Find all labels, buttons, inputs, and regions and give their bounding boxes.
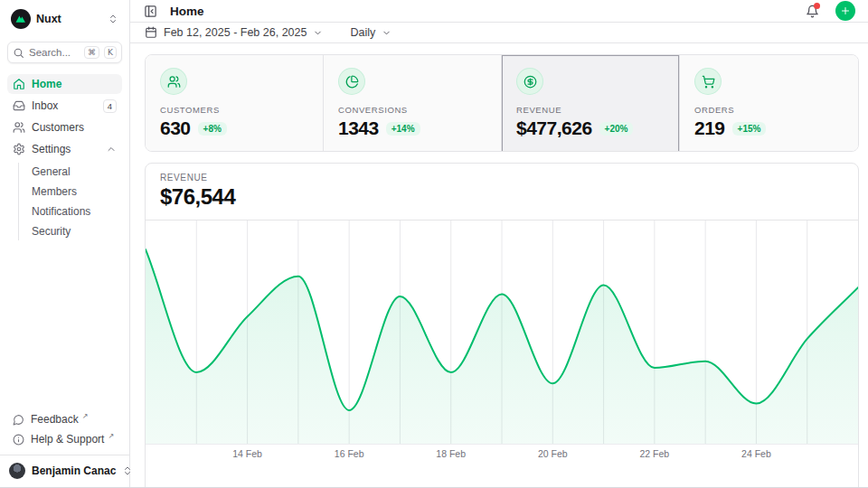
notification-dot [814,3,820,9]
avatar [9,463,25,479]
users-icon [13,121,25,134]
circle-dollar-icon [524,75,537,89]
chevron-down-icon [382,28,392,38]
page-title: Home [170,5,792,18]
stat-label: CUSTOMERS [160,105,308,115]
page-header: Home [130,0,868,23]
nuxt-logo-icon [11,9,31,29]
granularity-select[interactable]: Daily [343,23,399,42]
stat-delta-badge: +15% [732,122,767,136]
info-circle-icon [13,434,24,446]
chevrons-up-down-icon [108,14,118,24]
help-support-link[interactable]: Help & Support↗ [7,429,122,449]
stat-value: 630 [160,117,191,139]
workspace-selector[interactable]: Nuxt [7,7,122,31]
sidebar-footer-links: Feedback↗Help & Support↗ [7,409,122,449]
chart-plot [146,221,858,444]
stat-label: CONVERSIONS [338,105,486,115]
stat-label: REVENUE [516,105,665,115]
add-button[interactable] [835,1,855,21]
message-circle-icon [13,414,24,426]
notifications-button[interactable] [801,0,823,22]
sidebar-item-label: Settings [32,143,99,155]
app-window: Nuxt Search... ⌘ K HomeInbox4CustomersSe… [0,0,868,488]
chart-value: $76,544 [160,184,844,210]
chevron-up-icon [106,144,117,155]
stat-delta-badge: +20% [599,122,634,136]
revenue-chart-card: REVENUE $76,544 14 Feb16 Feb18 Feb20 Feb… [145,163,859,488]
x-axis-label: 22 Feb [639,448,669,459]
workspace-name: Nuxt [36,13,102,25]
stat-card-orders[interactable]: ORDERS219+15% [680,55,858,152]
sidebar-subitem-general[interactable]: General [28,163,122,181]
sidebar-item-label: Customers [32,121,117,134]
stat-icon-circle [338,68,365,95]
stat-card-customers[interactable]: CUSTOMERS630+8% [146,55,324,152]
x-axis-label: 20 Feb [538,448,568,459]
search-placeholder: Search... [29,47,80,58]
granularity-value: Daily [350,26,375,39]
content: CUSTOMERS630+8%CONVERSIONS1343+14%REVENU… [130,43,868,488]
sidebar-spacer [7,242,122,409]
main-area: Home Feb 12, 2025 - Feb 26, 2025 Daily C… [130,0,868,488]
date-range-value: Feb 12, 2025 - Feb 26, 2025 [164,26,307,39]
chart-pie-icon [345,75,359,89]
sidebar-item-settings[interactable]: Settings [7,139,122,159]
sidebar-item-home[interactable]: Home [7,74,122,94]
inbox-icon [13,99,25,112]
settings-sub-menu: GeneralMembersNotificationsSecurity [18,163,122,240]
footer-link-label: Help & Support [31,433,104,446]
panel-left-close-icon [144,5,157,18]
sidebar-item-label: Home [32,78,117,90]
shopping-cart-icon [702,75,715,89]
users-icon [167,75,181,89]
stat-card-revenue[interactable]: REVENUE$477,626+20% [502,55,680,152]
chevron-down-icon [313,28,323,38]
chart-x-axis: 14 Feb16 Feb18 Feb20 Feb22 Feb24 Feb [146,444,858,464]
stat-icon-circle [694,68,722,95]
user-name: Benjamin Canac [32,465,116,477]
inbox-count-badge: 4 [103,99,117,113]
stat-delta-badge: +14% [386,122,420,136]
stat-value: $477,626 [516,117,592,139]
x-axis-label: 24 Feb [741,448,771,459]
x-axis-label: 14 Feb [232,448,262,459]
sidebar: Nuxt Search... ⌘ K HomeInbox4CustomersSe… [0,0,130,488]
kbd-meta: ⌘ [84,46,99,60]
filters-toolbar: Feb 12, 2025 - Feb 26, 2025 Daily [130,23,868,43]
sidebar-subitem-security[interactable]: Security [28,222,122,240]
calendar-icon [145,26,157,39]
sidebar-item-label: Inbox [32,99,97,112]
sidebar-item-inbox[interactable]: Inbox4 [7,96,122,116]
sidebar-subitem-members[interactable]: Members [28,183,122,201]
plus-icon [840,5,851,16]
footer-link-label: Feedback [31,413,79,426]
stat-icon-circle [160,68,187,95]
user-menu[interactable]: Benjamin Canac [0,455,129,481]
date-range-picker[interactable]: Feb 12, 2025 - Feb 26, 2025 [137,23,330,42]
sidebar-item-customers[interactable]: Customers [7,117,122,137]
external-link-icon: ↗ [108,432,114,440]
chart-header: REVENUE $76,544 [146,164,858,221]
sidebar-subitem-notifications[interactable]: Notifications [28,202,122,221]
stat-label: ORDERS [694,105,844,115]
search-icon [13,47,24,59]
revenue-area-chart [146,221,858,444]
gear-icon [13,143,25,155]
stat-delta-badge: +8% [198,122,227,136]
kbd-k: K [104,46,117,60]
stat-card-conversions[interactable]: CONVERSIONS1343+14% [324,55,502,152]
home-icon [13,78,25,90]
external-link-icon: ↗ [82,412,89,420]
chart-label: REVENUE [160,173,844,183]
stat-icon-circle [516,68,543,95]
x-axis-label: 18 Feb [436,448,466,459]
search-input[interactable]: Search... ⌘ K [7,42,122,63]
stat-value: 219 [694,117,725,139]
collapse-sidebar-button[interactable] [139,0,161,22]
sidebar-nav: HomeInbox4CustomersSettingsGeneralMember… [7,74,122,242]
stat-value: 1343 [338,117,379,139]
stats-row: CUSTOMERS630+8%CONVERSIONS1343+14%REVENU… [145,54,859,152]
feedback-link[interactable]: Feedback↗ [7,409,122,429]
x-axis-label: 16 Feb [335,448,364,459]
